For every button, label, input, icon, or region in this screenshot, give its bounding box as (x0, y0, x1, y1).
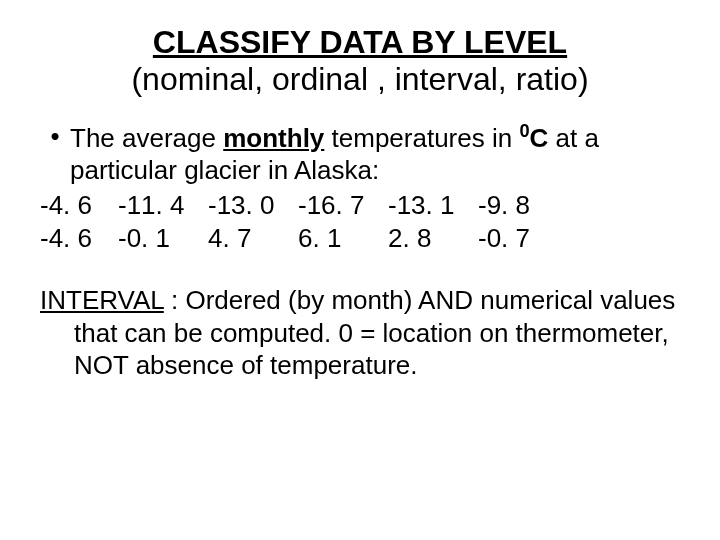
bullet-item: • The average monthly temperatures in 0C… (40, 120, 680, 187)
content-block: • The average monthly temperatures in 0C… (40, 120, 680, 256)
data-table: -4. 6 -11. 4 -13. 0 -16. 7 -13. 1 -9. 8 … (40, 189, 680, 257)
bullet-monthly: monthly (223, 123, 324, 153)
cell: -4. 6 (40, 189, 118, 223)
table-row: -4. 6 -11. 4 -13. 0 -16. 7 -13. 1 -9. 8 (40, 189, 680, 223)
slide-title: CLASSIFY DATA BY LEVEL (40, 24, 680, 61)
cell: 4. 7 (208, 222, 298, 256)
table-row: -4. 6 -0. 1 4. 7 6. 1 2. 8 -0. 7 (40, 222, 680, 256)
cell: -0. 7 (478, 222, 548, 256)
bullet-marker: • (40, 120, 70, 187)
unit-c: C (530, 123, 549, 153)
cell: -13. 0 (208, 189, 298, 223)
cell: -16. 7 (298, 189, 388, 223)
cell: 2. 8 (388, 222, 478, 256)
cell: -9. 8 (478, 189, 548, 223)
bullet-pre: The average (70, 123, 223, 153)
explanation-block: INTERVAL : Ordered (by month) AND numeri… (40, 284, 680, 382)
degree-superscript: 0 (519, 121, 529, 141)
cell: -4. 6 (40, 222, 118, 256)
explain-rest: : Ordered (by month) AND numerical value… (74, 285, 675, 380)
cell: -11. 4 (118, 189, 208, 223)
bullet-text: The average monthly temperatures in 0C a… (70, 120, 680, 187)
bullet-mid: temperatures in (324, 123, 519, 153)
cell: 6. 1 (298, 222, 388, 256)
explain-label: INTERVAL (40, 285, 164, 315)
slide-subtitle: (nominal, ordinal , interval, ratio) (40, 61, 680, 98)
cell: -0. 1 (118, 222, 208, 256)
cell: -13. 1 (388, 189, 478, 223)
